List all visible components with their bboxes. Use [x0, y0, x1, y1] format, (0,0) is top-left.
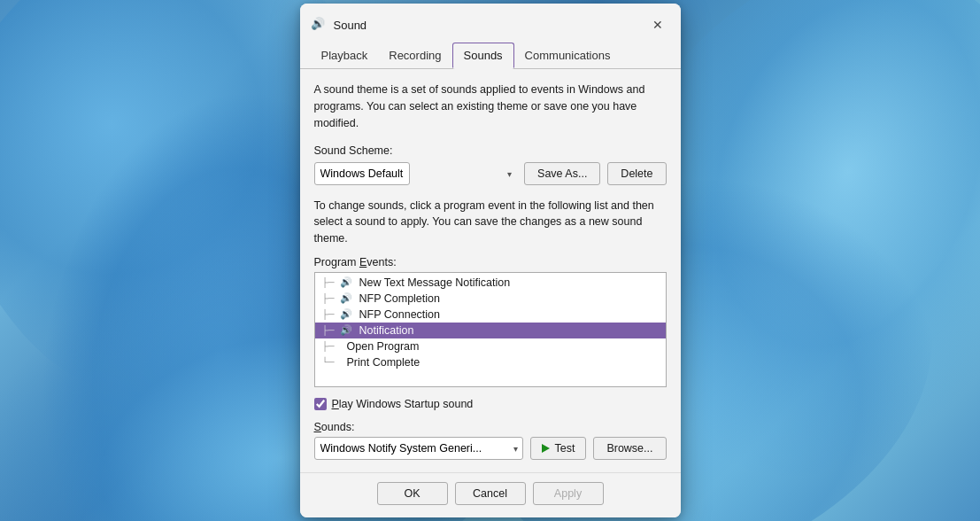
- list-item[interactable]: ├─ 🔊 NFP Completion: [315, 291, 666, 307]
- list-item-notification[interactable]: ├─ 🔊 Notification: [315, 323, 666, 338]
- program-events-label: Program Events:: [314, 256, 667, 268]
- sounds-row: Windows Notify System Generi... Test Bro…: [314, 437, 667, 460]
- sound-icon: 🔊: [311, 17, 327, 33]
- list-item[interactable]: ├─ 🔊 NFP Connection: [315, 307, 666, 323]
- scheme-select[interactable]: Windows Default: [314, 162, 410, 185]
- dialog-overlay: 🔊 Sound ✕ Playback Recording Sounds Comm…: [0, 0, 980, 521]
- dialog-title: Sound: [334, 19, 645, 32]
- save-as-button[interactable]: Save As...: [524, 162, 600, 185]
- tab-recording[interactable]: Recording: [378, 43, 451, 69]
- ok-button[interactable]: OK: [377, 482, 448, 505]
- tab-playback[interactable]: Playback: [311, 43, 379, 69]
- startup-sound-row: Play Windows Startup sound: [314, 398, 667, 410]
- browse-button[interactable]: Browse...: [593, 437, 666, 460]
- tab-bar: Playback Recording Sounds Communications: [300, 43, 681, 69]
- events-list-container[interactable]: ├─ 🔊 New Text Message Notification ├─ 🔊 …: [314, 272, 667, 387]
- sounds-field-label: Sounds:: [314, 421, 667, 433]
- startup-sound-label[interactable]: Play Windows Startup sound: [332, 398, 474, 410]
- sounds-select[interactable]: Windows Notify System Generi...: [314, 437, 524, 460]
- sound-event-icon-selected: 🔊: [340, 324, 352, 336]
- play-icon: [542, 444, 550, 453]
- close-button[interactable]: ✕: [645, 12, 670, 37]
- cancel-button[interactable]: Cancel: [455, 482, 526, 505]
- scheme-row: Windows Default Save As... Delete: [314, 162, 667, 185]
- tab-sounds[interactable]: Sounds: [452, 43, 514, 69]
- scheme-select-wrap: Windows Default: [314, 162, 518, 185]
- sounds-select-wrap: Windows Notify System Generi...: [314, 437, 524, 460]
- list-item[interactable]: ├─ 🔊 New Text Message Notification: [315, 275, 666, 291]
- test-button[interactable]: Test: [530, 437, 586, 460]
- tab-content: A sound theme is a set of sounds applied…: [300, 69, 681, 472]
- events-list: ├─ 🔊 New Text Message Notification ├─ 🔊 …: [315, 273, 666, 372]
- sound-event-icon: 🔊: [340, 308, 352, 320]
- instruction-text: To change sounds, click a program event …: [314, 198, 667, 247]
- list-item[interactable]: └─ Print Complete: [315, 354, 666, 370]
- dialog-footer: OK Cancel Apply: [300, 472, 681, 517]
- startup-sound-checkbox[interactable]: [314, 398, 327, 410]
- delete-button[interactable]: Delete: [607, 162, 666, 185]
- list-item[interactable]: ├─ Open Program: [315, 338, 666, 354]
- apply-button[interactable]: Apply: [533, 482, 604, 505]
- sound-event-icon: 🔊: [340, 276, 352, 288]
- tab-communications[interactable]: Communications: [514, 43, 621, 69]
- description-text: A sound theme is a set of sounds applied…: [314, 82, 667, 131]
- sound-scheme-label: Sound Scheme:: [314, 144, 667, 157]
- sound-dialog: 🔊 Sound ✕ Playback Recording Sounds Comm…: [300, 4, 681, 517]
- title-bar: 🔊 Sound ✕: [300, 4, 681, 43]
- sound-event-icon: 🔊: [340, 292, 352, 304]
